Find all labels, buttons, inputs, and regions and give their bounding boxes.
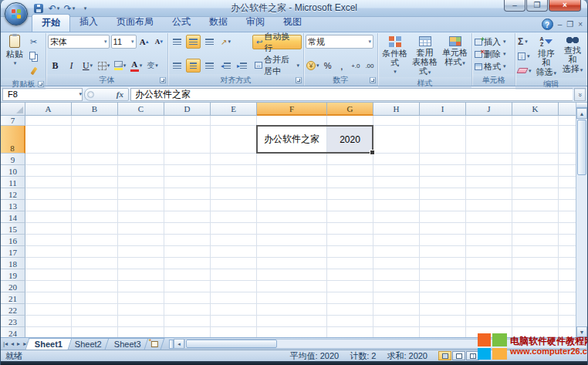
- cell-B20[interactable]: [72, 281, 118, 292]
- tab-数据[interactable]: 数据: [200, 14, 237, 32]
- cell-D11[interactable]: [164, 177, 211, 188]
- font-dialog-launcher[interactable]: [160, 77, 166, 83]
- delete-cells-button[interactable]: 删除▾: [474, 48, 513, 60]
- cell-H17[interactable]: [373, 246, 420, 258]
- cell-K15[interactable]: [512, 223, 559, 235]
- cell-E14[interactable]: [211, 211, 257, 223]
- prev-sheet-button[interactable]: ◂: [11, 340, 14, 347]
- cell-D9[interactable]: [164, 154, 211, 165]
- cell-E8[interactable]: [211, 126, 257, 154]
- cell-C23[interactable]: [118, 316, 164, 327]
- align-middle-button[interactable]: [186, 35, 201, 49]
- save-button[interactable]: [32, 2, 46, 15]
- cell-K9[interactable]: [512, 154, 559, 165]
- workbook-restore-button[interactable]: ❐: [566, 21, 573, 29]
- cell-J18[interactable]: [466, 258, 512, 269]
- cut-button[interactable]: ✂: [26, 35, 41, 49]
- cell-K13[interactable]: [512, 200, 559, 211]
- cell-H12[interactable]: [373, 188, 420, 200]
- merge-center-button[interactable]: ↔合并后居中▾: [252, 58, 302, 73]
- cell-G17[interactable]: [327, 246, 373, 258]
- cell-A12[interactable]: [25, 188, 72, 200]
- cell-I23[interactable]: [420, 316, 466, 327]
- cell-I21[interactable]: [420, 292, 466, 304]
- cell-D13[interactable]: [164, 200, 211, 211]
- cell-I22[interactable]: [420, 304, 466, 316]
- cell-B16[interactable]: [72, 235, 118, 246]
- close-button[interactable]: ×: [549, 0, 581, 12]
- cell-G7[interactable]: [327, 116, 373, 126]
- cell-partial[interactable]: [559, 211, 577, 223]
- cell-D8[interactable]: [164, 126, 211, 154]
- cell-partial[interactable]: [559, 235, 577, 246]
- cell-I16[interactable]: [420, 235, 466, 246]
- font-size-combo[interactable]: 11▾: [111, 35, 137, 49]
- cell-G22[interactable]: [327, 304, 373, 316]
- row-header-16[interactable]: 16: [1, 235, 25, 246]
- font-color-button[interactable]: A▾: [129, 59, 144, 73]
- cell-F21[interactable]: [257, 292, 327, 304]
- cell-F11[interactable]: [257, 177, 327, 188]
- cell-G15[interactable]: [327, 223, 373, 235]
- name-box[interactable]: F8▾: [2, 88, 83, 101]
- row-header-14[interactable]: 14: [1, 211, 25, 223]
- fill-color-button[interactable]: ▾: [113, 59, 127, 73]
- decrease-indent-button[interactable]: ◂: [218, 59, 233, 73]
- cell-G14[interactable]: [327, 211, 373, 223]
- vertical-scrollbar[interactable]: ▲ ▼: [576, 103, 587, 337]
- cell-A19[interactable]: [25, 269, 72, 281]
- column-header-F[interactable]: F: [257, 103, 327, 116]
- underline-button[interactable]: U▾: [80, 59, 95, 73]
- cell-D14[interactable]: [164, 211, 211, 223]
- cell-partial[interactable]: [559, 177, 577, 188]
- cell-J13[interactable]: [466, 200, 512, 211]
- cell-H14[interactable]: [373, 211, 420, 223]
- cell-I13[interactable]: [420, 200, 466, 211]
- row-header-18[interactable]: 18: [1, 258, 25, 269]
- find-select-button[interactable]: 查找和 选择▾: [560, 35, 585, 78]
- sheet-tab-Sheet1[interactable]: Sheet1: [25, 338, 73, 350]
- cell-J22[interactable]: [466, 304, 512, 316]
- cell-partial[interactable]: [559, 188, 577, 200]
- cell-B24[interactable]: [72, 327, 118, 337]
- cell-partial[interactable]: [559, 292, 577, 304]
- cell-E7[interactable]: [211, 116, 257, 126]
- normal-view-button[interactable]: [438, 351, 451, 360]
- wrap-text-button[interactable]: ↩自动换行: [252, 35, 302, 49]
- tab-页面布局[interactable]: 页面布局: [107, 14, 163, 32]
- workbook-minimize-button[interactable]: –: [558, 21, 563, 29]
- clipboard-dialog-launcher[interactable]: [38, 81, 44, 87]
- column-header-C[interactable]: C: [118, 103, 164, 116]
- cell-partial[interactable]: [559, 154, 577, 165]
- column-header-I[interactable]: I: [420, 103, 466, 116]
- cell-F17[interactable]: [257, 246, 327, 258]
- cell-F12[interactable]: [257, 188, 327, 200]
- cell-J20[interactable]: [466, 281, 512, 292]
- cell-F20[interactable]: [257, 281, 327, 292]
- bold-button[interactable]: B: [48, 59, 63, 73]
- cell-H22[interactable]: [373, 304, 420, 316]
- cell-D17[interactable]: [164, 246, 211, 258]
- cell-D21[interactable]: [164, 292, 211, 304]
- cell-A23[interactable]: [25, 316, 72, 327]
- cell-C12[interactable]: [118, 188, 164, 200]
- cell-D18[interactable]: [164, 258, 211, 269]
- cell-E15[interactable]: [211, 223, 257, 235]
- cell-B7[interactable]: [72, 116, 118, 126]
- currency-format-button[interactable]: ¥▾: [306, 59, 320, 73]
- cell-I15[interactable]: [420, 223, 466, 235]
- cell-J23[interactable]: [466, 316, 512, 327]
- cell-J7[interactable]: [466, 116, 512, 126]
- cell-H15[interactable]: [373, 223, 420, 235]
- cell-H11[interactable]: [373, 177, 420, 188]
- cell-partial[interactable]: [559, 304, 577, 316]
- cell-partial[interactable]: [559, 116, 577, 126]
- cell-F16[interactable]: [257, 235, 327, 246]
- cell-J14[interactable]: [466, 211, 512, 223]
- cell-F14[interactable]: [257, 211, 327, 223]
- italic-button[interactable]: I: [64, 59, 79, 73]
- cell-G12[interactable]: [327, 188, 373, 200]
- cell-G11[interactable]: [327, 177, 373, 188]
- cell-E21[interactable]: [211, 292, 257, 304]
- cell-K22[interactable]: [512, 304, 559, 316]
